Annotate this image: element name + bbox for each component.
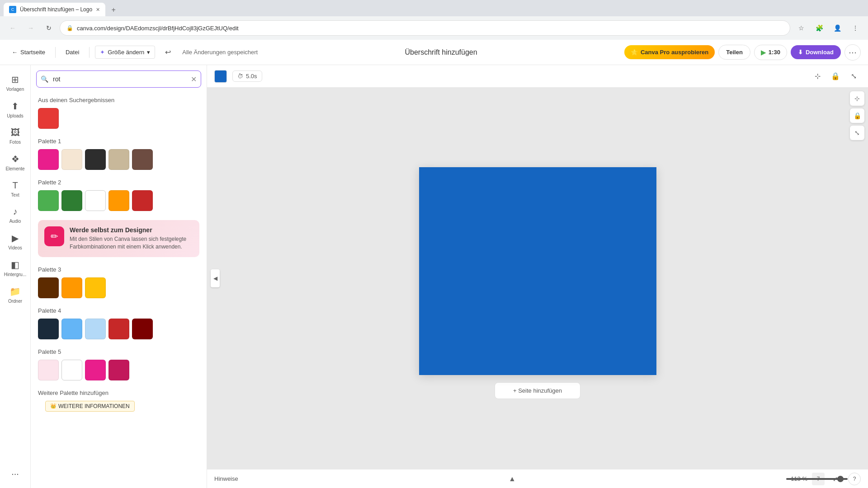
vorlagen-label: Vorlagen: [6, 87, 24, 92]
sidebar-icons: ⊞ Vorlagen ⬆ Uploads 🖼 Fotos ❖ Elemente …: [0, 65, 31, 488]
share-button[interactable]: Teilen: [718, 45, 750, 60]
sidebar-item-text[interactable]: T Text: [3, 177, 28, 201]
sidebar-item-fotos[interactable]: 🖼 Fotos: [3, 124, 28, 148]
hints-expand-button[interactable]: ▲: [509, 475, 516, 483]
palette1-color3[interactable]: [85, 149, 106, 170]
pro-button[interactable]: ⭐ Canva Pro ausprobieren: [624, 45, 715, 59]
main-content: ⊞ Vorlagen ⬆ Uploads 🖼 Fotos ❖ Elemente …: [0, 65, 868, 488]
weitere-info-label: WEITERE INFORMATIONEN: [58, 403, 130, 409]
forward-button[interactable]: →: [24, 21, 38, 35]
add-page-button[interactable]: + Seite hinzufügen: [495, 382, 580, 399]
crown-icon: 👑: [50, 403, 57, 409]
palette4-color2[interactable]: [61, 319, 82, 339]
ordner-label: Ordner: [8, 299, 22, 304]
zoom-slider[interactable]: [786, 478, 840, 480]
home-button[interactable]: ← Startseite: [7, 46, 50, 58]
text-icon: T: [12, 180, 18, 191]
palette2-color1[interactable]: [38, 190, 59, 211]
palette4-row: [38, 319, 199, 339]
palette4-color5[interactable]: [132, 319, 153, 339]
text-label: Text: [11, 192, 19, 197]
profile-button[interactable]: 👤: [830, 21, 844, 35]
palette3-color2[interactable]: [61, 277, 82, 298]
undo-button[interactable]: ↩: [160, 45, 175, 60]
hints-bar: Hinweise ▲ 113 % 7 ⤢ ?: [207, 469, 868, 488]
file-button[interactable]: Datei: [61, 46, 84, 58]
more-icon: ···: [11, 469, 19, 479]
palette5-color4[interactable]: [108, 360, 129, 380]
sidebar-item-vorlagen[interactable]: ⊞ Vorlagen: [3, 70, 28, 95]
canvas-collapse-button[interactable]: ⤡: [850, 126, 864, 140]
more-button[interactable]: ⋯: [844, 44, 861, 61]
sidebar-item-uploads[interactable]: ⬆ Uploads: [3, 97, 28, 122]
resize-button[interactable]: ✦ Größe ändern ▾: [95, 46, 155, 59]
settings-button[interactable]: ⋮: [848, 21, 863, 35]
active-tab[interactable]: C Überschrift hinzufügen – Logo ✕: [4, 3, 105, 16]
align-button[interactable]: ⊹: [810, 69, 825, 84]
palette3-color3[interactable]: [85, 277, 106, 298]
sidebar-item-audio[interactable]: ♪ Audio: [3, 203, 28, 227]
color-indicator[interactable]: [214, 70, 227, 83]
expand-button[interactable]: ⤡: [846, 69, 861, 84]
close-tab-button[interactable]: ✕: [96, 7, 100, 13]
canvas-viewport[interactable]: + Seite hinzufügen ⊹ 🔒 ⤡ ◀: [207, 88, 868, 469]
weitere-palette-label: Weitere Palette hinzufügen: [38, 389, 199, 396]
palette2-color4[interactable]: [108, 190, 129, 211]
clear-search-button[interactable]: ✕: [191, 75, 197, 84]
hintergrund-label: Hintergru...: [4, 272, 26, 277]
palette4-color3[interactable]: [85, 319, 106, 339]
canvas-page[interactable]: [419, 167, 656, 375]
sidebar-more-button[interactable]: ···: [3, 465, 28, 483]
browser-tab-bar: C Überschrift hinzufügen – Logo ✕ +: [0, 0, 868, 16]
palette3-color1[interactable]: [38, 277, 59, 298]
sidebar-item-videos[interactable]: ▶ Videos: [3, 229, 28, 254]
palette5-color3[interactable]: [85, 360, 106, 380]
search-input[interactable]: [36, 70, 201, 88]
timer-icon: ⏱: [237, 73, 243, 80]
bookmark-button[interactable]: ☆: [794, 21, 808, 35]
new-tab-button[interactable]: +: [107, 4, 120, 16]
result-color-swatch[interactable]: [38, 108, 59, 129]
palette1-section: Palette 1: [31, 134, 207, 175]
scroll-left-button[interactable]: ◀: [211, 269, 220, 287]
palette2-row: [38, 190, 199, 211]
play-icon: ▶: [761, 49, 766, 56]
refresh-button[interactable]: ↻: [42, 21, 56, 35]
palette1-color1[interactable]: [38, 149, 59, 170]
palette4-color4[interactable]: [108, 319, 129, 339]
palette5-color1[interactable]: [38, 360, 59, 380]
help-button[interactable]: ?: [848, 473, 861, 485]
address-text: canva.com/design/DAEdomzscjl/drBfjHdCojl…: [77, 25, 239, 32]
palette5-color2[interactable]: [61, 360, 82, 380]
lock-button[interactable]: 🔒: [828, 69, 843, 84]
weitere-link[interactable]: 👑 WEITERE INFORMATIONEN: [45, 401, 135, 412]
canvas-align-button[interactable]: ⊹: [850, 91, 864, 106]
promo-content: Werde selbst zum Designer Mit den Stilen…: [70, 226, 193, 251]
uploads-label: Uploads: [7, 113, 24, 118]
palette4-color1[interactable]: [38, 319, 59, 339]
ordner-icon: 📁: [9, 286, 21, 297]
palette1-color5[interactable]: [132, 149, 153, 170]
palette2-color3[interactable]: [85, 190, 106, 211]
download-button[interactable]: ⬇ Download: [791, 45, 841, 59]
top-bar-center: Überschrift hinzufügen: [263, 48, 619, 56]
play-time: 1:30: [769, 49, 780, 56]
sidebar-item-elemente[interactable]: ❖ Elemente: [3, 150, 28, 175]
palette1-color2[interactable]: [61, 149, 82, 170]
sidebar-item-ordner[interactable]: 📁 Ordner: [3, 282, 28, 307]
extensions-button[interactable]: 🧩: [812, 21, 826, 35]
palette2-color5[interactable]: [132, 190, 153, 211]
back-button[interactable]: ←: [5, 21, 20, 35]
bottom-bar: Hinweise ▲ 113 % 7 ⤢ ?: [207, 469, 868, 488]
palette1-color4[interactable]: [108, 149, 129, 170]
search-results-section: Aus deinen Suchergebnissen: [31, 93, 207, 134]
canvas-toolbar-right: ⊹ 🔒 ⤡: [810, 69, 861, 84]
palette2-color2[interactable]: [61, 190, 82, 211]
canvas-toolbar: ⏱ 5.0s ⊹ 🔒 ⤡: [207, 65, 868, 88]
canvas-lock-button[interactable]: 🔒: [850, 108, 864, 123]
sidebar-item-hintergrund[interactable]: ◧ Hintergru...: [3, 256, 28, 281]
play-button[interactable]: ▶ 1:30: [754, 45, 787, 60]
address-bar[interactable]: 🔒 canva.com/design/DAEdomzscjl/drBfjHdCo…: [60, 20, 790, 36]
search-results-label: Aus deinen Suchergebnissen: [38, 97, 199, 103]
time-indicator[interactable]: ⏱ 5.0s: [232, 70, 262, 82]
